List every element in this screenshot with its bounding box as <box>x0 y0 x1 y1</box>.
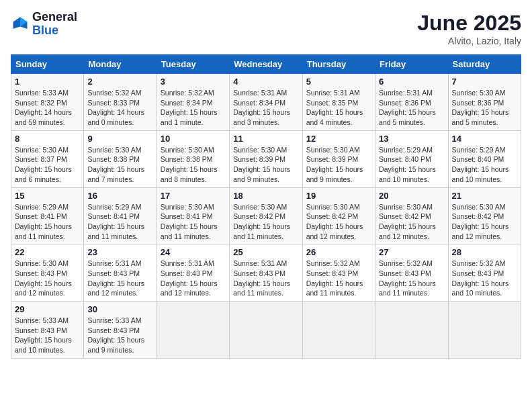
day-number: 24 <box>161 247 226 257</box>
day-number: 9 <box>87 134 152 144</box>
calendar-day-cell: 8Sunrise: 5:30 AM Sunset: 8:37 PM Daylig… <box>11 130 84 187</box>
day-number: 3 <box>161 77 226 87</box>
calendar-day-cell: 19Sunrise: 5:30 AM Sunset: 8:42 PM Dayli… <box>302 187 375 244</box>
day-info: Sunrise: 5:29 AM Sunset: 8:41 PM Dayligh… <box>87 202 152 242</box>
calendar-day-cell: 13Sunrise: 5:29 AM Sunset: 8:40 PM Dayli… <box>375 130 448 187</box>
calendar-day-cell: 30Sunrise: 5:33 AM Sunset: 8:43 PM Dayli… <box>84 302 157 359</box>
day-number: 7 <box>452 77 517 87</box>
calendar-day-cell: 1Sunrise: 5:33 AM Sunset: 8:32 PM Daylig… <box>11 74 84 131</box>
calendar-day-cell: 6Sunrise: 5:31 AM Sunset: 8:36 PM Daylig… <box>375 74 448 131</box>
day-number: 13 <box>379 134 444 144</box>
day-number: 1 <box>15 77 80 87</box>
calendar-day-cell: 28Sunrise: 5:32 AM Sunset: 8:43 PM Dayli… <box>448 244 521 302</box>
day-info: Sunrise: 5:32 AM Sunset: 8:34 PM Dayligh… <box>161 88 226 128</box>
calendar-day-cell: 16Sunrise: 5:29 AM Sunset: 8:41 PM Dayli… <box>84 187 157 244</box>
day-number: 8 <box>15 134 80 144</box>
title-area: June 2025 Alvito, Lazio, Italy <box>417 11 521 46</box>
calendar-day-cell: 4Sunrise: 5:31 AM Sunset: 8:34 PM Daylig… <box>230 74 302 131</box>
calendar-day-cell: 15Sunrise: 5:29 AM Sunset: 8:41 PM Dayli… <box>11 187 84 244</box>
calendar-week-row: 29Sunrise: 5:33 AM Sunset: 8:43 PM Dayli… <box>11 302 521 359</box>
day-info: Sunrise: 5:30 AM Sunset: 8:37 PM Dayligh… <box>15 145 80 185</box>
day-info: Sunrise: 5:31 AM Sunset: 8:36 PM Dayligh… <box>379 88 444 128</box>
header-tuesday: Tuesday <box>157 55 229 74</box>
calendar-day-cell: 12Sunrise: 5:30 AM Sunset: 8:39 PM Dayli… <box>302 130 375 187</box>
day-info: Sunrise: 5:30 AM Sunset: 8:43 PM Dayligh… <box>15 259 80 298</box>
day-number: 6 <box>379 77 444 87</box>
day-number: 11 <box>233 134 298 144</box>
calendar-day-cell: 7Sunrise: 5:30 AM Sunset: 8:36 PM Daylig… <box>448 74 521 131</box>
calendar-day-cell: 10Sunrise: 5:30 AM Sunset: 8:38 PM Dayli… <box>157 130 229 187</box>
calendar-table: SundayMondayTuesdayWednesdayThursdayFrid… <box>11 54 521 359</box>
calendar-day-cell: 22Sunrise: 5:30 AM Sunset: 8:43 PM Dayli… <box>11 244 84 302</box>
day-info: Sunrise: 5:32 AM Sunset: 8:33 PM Dayligh… <box>87 88 152 128</box>
day-number: 2 <box>87 77 152 87</box>
calendar-week-row: 15Sunrise: 5:29 AM Sunset: 8:41 PM Dayli… <box>11 187 521 244</box>
calendar-week-row: 1Sunrise: 5:33 AM Sunset: 8:32 PM Daylig… <box>11 74 521 131</box>
calendar-day-cell: 5Sunrise: 5:31 AM Sunset: 8:35 PM Daylig… <box>302 74 375 131</box>
logo-line1: General <box>32 11 77 24</box>
day-number: 22 <box>15 247 80 257</box>
day-info: Sunrise: 5:30 AM Sunset: 8:38 PM Dayligh… <box>161 145 226 185</box>
calendar-day-cell: 27Sunrise: 5:32 AM Sunset: 8:43 PM Dayli… <box>375 244 448 302</box>
empty-day-cell <box>302 302 375 359</box>
day-info: Sunrise: 5:30 AM Sunset: 8:42 PM Dayligh… <box>452 202 517 242</box>
day-info: Sunrise: 5:30 AM Sunset: 8:42 PM Dayligh… <box>233 202 298 242</box>
day-info: Sunrise: 5:29 AM Sunset: 8:41 PM Dayligh… <box>15 202 80 242</box>
day-info: Sunrise: 5:30 AM Sunset: 8:42 PM Dayligh… <box>379 202 444 242</box>
day-number: 17 <box>161 191 226 201</box>
day-info: Sunrise: 5:33 AM Sunset: 8:43 PM Dayligh… <box>87 316 152 355</box>
day-info: Sunrise: 5:31 AM Sunset: 8:35 PM Dayligh… <box>306 88 371 128</box>
day-number: 14 <box>452 134 517 144</box>
day-number: 25 <box>233 247 298 257</box>
day-number: 29 <box>15 304 80 314</box>
day-info: Sunrise: 5:31 AM Sunset: 8:43 PM Dayligh… <box>161 259 226 298</box>
calendar-day-cell: 26Sunrise: 5:32 AM Sunset: 8:43 PM Dayli… <box>302 244 375 302</box>
calendar-header-row: SundayMondayTuesdayWednesdayThursdayFrid… <box>11 55 521 74</box>
day-info: Sunrise: 5:30 AM Sunset: 8:36 PM Dayligh… <box>452 88 517 128</box>
day-info: Sunrise: 5:33 AM Sunset: 8:43 PM Dayligh… <box>15 316 80 355</box>
day-number: 5 <box>306 77 371 87</box>
calendar-day-cell: 9Sunrise: 5:30 AM Sunset: 8:38 PM Daylig… <box>84 130 157 187</box>
day-info: Sunrise: 5:29 AM Sunset: 8:40 PM Dayligh… <box>452 145 517 185</box>
day-number: 4 <box>233 77 298 87</box>
empty-day-cell <box>230 302 302 359</box>
empty-day-cell <box>448 302 521 359</box>
day-info: Sunrise: 5:33 AM Sunset: 8:32 PM Dayligh… <box>15 88 80 128</box>
day-number: 21 <box>452 191 517 201</box>
day-info: Sunrise: 5:31 AM Sunset: 8:43 PM Dayligh… <box>233 259 298 298</box>
day-info: Sunrise: 5:31 AM Sunset: 8:43 PM Dayligh… <box>87 259 152 298</box>
day-number: 30 <box>87 304 152 314</box>
logo-line2: Blue <box>32 24 77 38</box>
header-sunday: Sunday <box>11 55 84 74</box>
day-info: Sunrise: 5:30 AM Sunset: 8:42 PM Dayligh… <box>306 202 371 242</box>
calendar-day-cell: 2Sunrise: 5:32 AM Sunset: 8:33 PM Daylig… <box>84 74 157 131</box>
logo: General Blue <box>11 11 77 38</box>
calendar-day-cell: 17Sunrise: 5:30 AM Sunset: 8:41 PM Dayli… <box>157 187 229 244</box>
header-saturday: Saturday <box>448 55 521 74</box>
header-friday: Friday <box>375 55 448 74</box>
calendar-day-cell: 18Sunrise: 5:30 AM Sunset: 8:42 PM Dayli… <box>230 187 302 244</box>
day-number: 20 <box>379 191 444 201</box>
calendar-day-cell: 20Sunrise: 5:30 AM Sunset: 8:42 PM Dayli… <box>375 187 448 244</box>
calendar-day-cell: 23Sunrise: 5:31 AM Sunset: 8:43 PM Dayli… <box>84 244 157 302</box>
calendar-day-cell: 3Sunrise: 5:32 AM Sunset: 8:34 PM Daylig… <box>157 74 229 131</box>
calendar-subtitle: Alvito, Lazio, Italy <box>417 36 521 46</box>
day-info: Sunrise: 5:30 AM Sunset: 8:39 PM Dayligh… <box>306 145 371 185</box>
day-number: 18 <box>233 191 298 201</box>
empty-day-cell <box>375 302 448 359</box>
day-info: Sunrise: 5:32 AM Sunset: 8:43 PM Dayligh… <box>379 259 444 298</box>
calendar-day-cell: 25Sunrise: 5:31 AM Sunset: 8:43 PM Dayli… <box>230 244 302 302</box>
day-number: 10 <box>161 134 226 144</box>
calendar-day-cell: 29Sunrise: 5:33 AM Sunset: 8:43 PM Dayli… <box>11 302 84 359</box>
logo-icon <box>11 15 30 34</box>
header-wednesday: Wednesday <box>230 55 302 74</box>
day-number: 12 <box>306 134 371 144</box>
calendar-day-cell: 21Sunrise: 5:30 AM Sunset: 8:42 PM Dayli… <box>448 187 521 244</box>
day-info: Sunrise: 5:32 AM Sunset: 8:43 PM Dayligh… <box>306 259 371 298</box>
day-number: 27 <box>379 247 444 257</box>
calendar-day-cell: 11Sunrise: 5:30 AM Sunset: 8:39 PM Dayli… <box>230 130 302 187</box>
day-number: 19 <box>306 191 371 201</box>
day-info: Sunrise: 5:30 AM Sunset: 8:39 PM Dayligh… <box>233 145 298 185</box>
header-monday: Monday <box>84 55 157 74</box>
day-number: 26 <box>306 247 371 257</box>
